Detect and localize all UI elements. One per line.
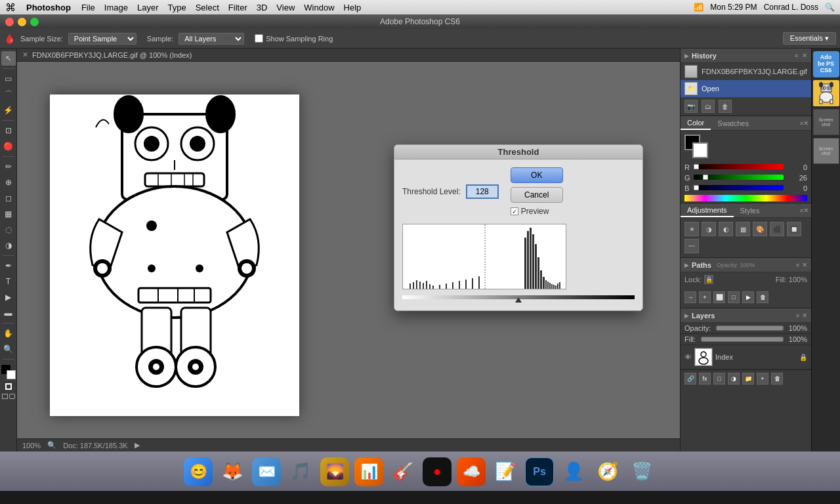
adj-icon-4[interactable]: ▦ (736, 222, 750, 236)
gradient-tool[interactable]: ▦ (1, 207, 16, 221)
shape-tool[interactable]: ▬ (1, 306, 16, 320)
history-delete-btn[interactable]: 🗑 (719, 100, 732, 113)
history-item[interactable]: FDNX0B6FPBKY3JQ.LARGE.gif (681, 63, 811, 80)
background-color[interactable] (7, 370, 16, 379)
layer-fx-btn[interactable]: fx (699, 373, 711, 385)
dock-trash[interactable]: 🗑️ (626, 456, 658, 488)
path-action-6[interactable]: 🗑 (757, 291, 768, 303)
layer-link-btn[interactable]: 🔗 (684, 373, 696, 385)
color-tab[interactable]: Color (681, 116, 711, 130)
adj-close-icon[interactable]: ✕ (803, 207, 808, 214)
text-tool[interactable]: T (1, 274, 16, 289)
wand-tool[interactable]: ⚡ (1, 103, 16, 117)
quick-mask-btn[interactable] (5, 383, 12, 390)
threshold-slider[interactable] (402, 292, 635, 303)
lasso-tool[interactable]: ⌒ (1, 87, 16, 102)
marquee-tool[interactable]: ▭ (1, 72, 16, 86)
color-boxes[interactable] (684, 135, 708, 158)
layer-group-btn[interactable]: 📁 (742, 373, 754, 385)
dock-notes[interactable]: 📝 (490, 456, 521, 488)
menu-select[interactable]: Select (196, 3, 219, 12)
adj-icon-2[interactable]: ◑ (702, 222, 716, 236)
background-swatch[interactable] (692, 142, 708, 158)
dock-backlive[interactable]: ● (421, 456, 453, 488)
color-panel-close-icon[interactable]: ✕ (803, 119, 808, 127)
dock-finder[interactable]: 😊 (182, 456, 214, 488)
zoom-tool[interactable]: 🔍 (1, 342, 16, 356)
robot-thumbnail-sidebar[interactable] (813, 80, 839, 106)
layer-delete-btn[interactable]: 🗑 (771, 373, 783, 385)
paths-collapse-icon[interactable]: ▶ (684, 262, 689, 268)
layer-eye-icon[interactable]: 👁 (684, 353, 692, 361)
pen-tool[interactable]: ✒ (1, 259, 16, 273)
layers-close-icon[interactable]: ✕ (802, 312, 807, 319)
dock-itunes[interactable]: 🎵 (285, 456, 316, 488)
brush-tool[interactable]: ✏ (1, 159, 16, 174)
screenshot-thumb-2[interactable]: Screenshot (813, 138, 839, 164)
blur-tool[interactable]: ◌ (1, 222, 16, 237)
opacity-slider[interactable] (716, 326, 784, 331)
color-spectrum[interactable] (684, 195, 807, 201)
paths-close-icon[interactable]: ✕ (802, 261, 807, 268)
document-tab[interactable]: ✕ FDNX0B6FPBKY3JQ.LARGE.gif @ 100% (Inde… (17, 49, 680, 62)
menu-view[interactable]: View (276, 3, 295, 12)
layer-adj-btn[interactable]: ◑ (728, 373, 740, 385)
threshold-level-input[interactable] (466, 184, 499, 199)
menu-image[interactable]: Image (104, 3, 128, 12)
eyedropper-tool[interactable]: 🔴 (1, 139, 16, 154)
layer-new-btn[interactable]: + (757, 373, 768, 385)
dock-keynote[interactable]: 📊 (353, 456, 385, 488)
dock-garageband[interactable]: 🎸 (387, 456, 419, 488)
hand-tool[interactable]: ✋ (1, 326, 16, 341)
fill-slider[interactable] (701, 337, 784, 342)
layer-row-index[interactable]: 👁 Index 🔒 (681, 345, 811, 369)
path-action-5[interactable]: ▶ (742, 291, 754, 303)
maximize-button[interactable] (30, 18, 39, 26)
adjustments-tab[interactable]: Adjustments (681, 203, 734, 217)
history-snapshot-btn[interactable]: 📷 (684, 100, 698, 113)
dock-safari[interactable]: 🧭 (592, 456, 623, 488)
minimize-button[interactable] (18, 18, 26, 26)
expand-icon[interactable]: ▶ (135, 441, 140, 450)
dock-mail[interactable]: ✉️ (251, 456, 282, 488)
layer-mask-btn[interactable]: □ (713, 373, 725, 385)
b-slider-track[interactable] (694, 185, 784, 192)
essentials-button[interactable]: Essentials ▾ (783, 32, 836, 45)
menu-filter[interactable]: Filter (228, 3, 247, 12)
path-action-2[interactable]: + (699, 291, 711, 303)
screen-mode-btn[interactable] (2, 394, 15, 399)
path-select-tool[interactable]: ▶ (1, 290, 16, 304)
path-action-1[interactable]: → (684, 291, 696, 303)
swatches-tab[interactable]: Swatches (711, 116, 755, 130)
dock-soundcloud[interactable]: ☁️ (455, 456, 487, 488)
history-open-item[interactable]: 📁 Open (681, 80, 811, 97)
r-slider-track[interactable] (694, 164, 784, 171)
eraser-tool[interactable]: ◻ (1, 191, 16, 205)
history-collapse-icon[interactable]: ▶ (684, 52, 689, 59)
eyedropper-icon[interactable]: 🩸 (4, 33, 15, 44)
adj-icon-7[interactable]: 🔲 (787, 222, 801, 236)
search-icon[interactable]: 🔍 (825, 3, 835, 12)
menu-help[interactable]: Help (344, 3, 362, 12)
sample-value-select[interactable]: All Layers Current Layer (178, 33, 244, 45)
crop-tool[interactable]: ⊡ (1, 123, 16, 138)
adj-icon-6[interactable]: ⬛ (770, 222, 784, 236)
screenshot-thumb-1[interactable]: Screenshot (813, 109, 839, 135)
g-slider-track[interactable] (694, 175, 784, 181)
layers-menu-icon[interactable]: ≡ (796, 312, 799, 319)
menu-3d[interactable]: 3D (257, 3, 268, 12)
close-doc-icon[interactable]: ✕ (22, 51, 28, 59)
menu-file[interactable]: File (81, 3, 95, 12)
path-action-3[interactable]: ⬜ (713, 291, 725, 303)
lock-btn[interactable]: 🔒 (704, 275, 713, 284)
sample-size-select[interactable]: Point Sample 3 by 3 Average 5 by 5 Avera… (68, 33, 136, 45)
layers-collapse-icon[interactable]: ▶ (684, 312, 689, 319)
close-button[interactable] (5, 18, 14, 26)
adj-icon-1[interactable]: ☀ (684, 222, 699, 236)
path-action-4[interactable]: □ (728, 291, 740, 303)
dock-photoshop[interactable]: Ps (524, 456, 555, 488)
threshold-ok-button[interactable]: OK (511, 167, 563, 183)
dock-firefox[interactable]: 🦊 (217, 456, 248, 488)
dock-contacts[interactable]: 👤 (558, 456, 589, 488)
paths-menu-icon[interactable]: ≡ (796, 262, 799, 268)
